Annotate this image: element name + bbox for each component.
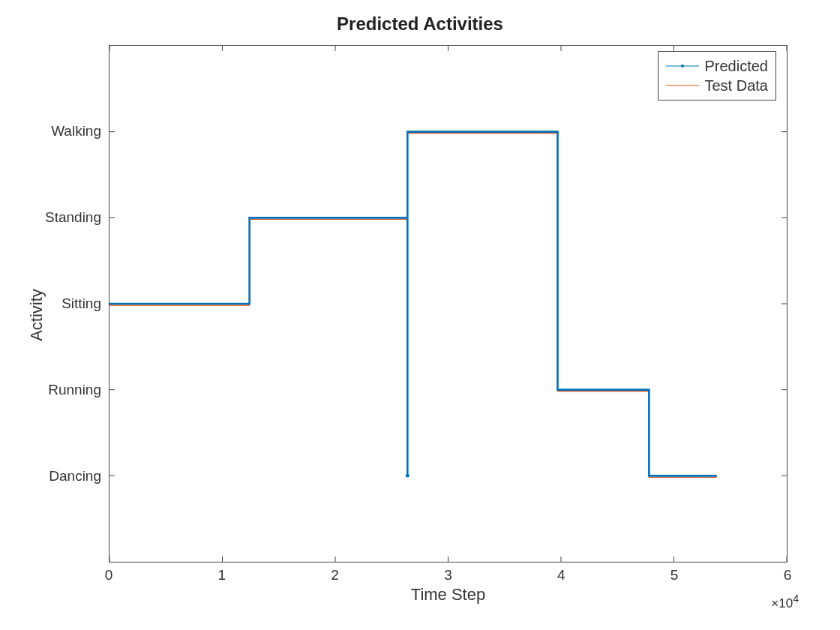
x-tick-1: 1: [218, 567, 226, 584]
x-tick-0: 0: [105, 567, 113, 584]
legend-entry-testdata: Test Data: [666, 76, 769, 95]
x-tick-2: 2: [331, 567, 339, 584]
y-tick-standing: Standing: [45, 209, 101, 226]
chart-title: Predicted Activities: [0, 14, 840, 34]
legend-swatch-testdata: [666, 80, 699, 91]
y-tick-walking: Walking: [51, 123, 101, 140]
legend: Predicted Test Data: [658, 51, 777, 100]
legend-label-predicted: Predicted: [705, 58, 769, 75]
plot-area: [109, 45, 788, 562]
legend-entry-predicted: Predicted: [666, 56, 769, 76]
chart-figure: Predicted Activities Activity Time Step …: [0, 0, 840, 630]
svg-point-24: [406, 474, 410, 478]
x-exponent-power: 4: [793, 592, 799, 604]
y-tick-running: Running: [48, 382, 101, 398]
x-axis-label: Time Step: [109, 585, 788, 604]
y-tick-dancing: Dancing: [49, 468, 101, 484]
x-tick-5: 5: [670, 567, 679, 584]
y-axis-label: Activity: [27, 289, 46, 341]
x-exponent-label: ×104: [771, 592, 799, 611]
legend-swatch-predicted: [666, 61, 699, 71]
plot-svg: [110, 46, 787, 562]
svg-point-26: [681, 64, 684, 68]
x-exponent-base: ×10: [771, 596, 793, 610]
x-tick-6: 6: [784, 567, 792, 584]
x-tick-4: 4: [557, 567, 566, 584]
legend-label-testdata: Test Data: [705, 77, 768, 94]
y-tick-sitting: Sitting: [62, 296, 101, 312]
x-tick-3: 3: [444, 567, 452, 584]
